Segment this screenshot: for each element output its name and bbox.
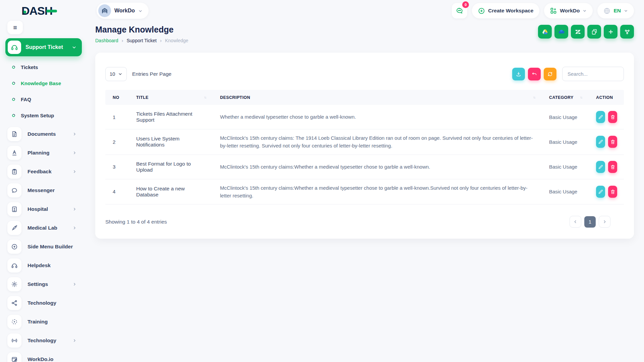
language-selector[interactable]: EN xyxy=(597,3,634,18)
sort-icon[interactable]: ↑↓ xyxy=(204,96,206,99)
grid-plus-icon xyxy=(550,7,557,14)
create-workspace-button[interactable]: Create Workspace xyxy=(472,3,539,18)
edit-button[interactable] xyxy=(596,161,605,173)
sidebar: ≡ Support Ticket Tickets Knowledge Base … xyxy=(0,19,87,362)
sidebar-item-settings[interactable]: Settings xyxy=(5,275,87,294)
trash-icon xyxy=(610,114,615,120)
duplicate-icon xyxy=(591,28,598,35)
sidebar-subitem-tickets[interactable]: Tickets xyxy=(5,59,87,75)
reset-button[interactable] xyxy=(528,68,541,80)
breadcrumb-support-ticket[interactable]: Support Ticket xyxy=(127,38,157,43)
sidebar-item-feedback[interactable]: Feedback xyxy=(5,162,87,181)
row-title[interactable]: Users Live System Notifications xyxy=(129,136,213,148)
sidebar-item-medical-lab[interactable]: Medical Lab xyxy=(5,219,87,237)
bullet-icon xyxy=(11,113,16,118)
knowledge-table-card: 10 Entries Per Page xyxy=(95,53,634,239)
breadcrumb-separator: › xyxy=(160,38,162,43)
sidebar-item-training[interactable]: Training xyxy=(5,312,87,331)
table-row: 4 How to Create a new Database McClintoc… xyxy=(105,179,624,205)
chevron-right-icon xyxy=(72,151,76,155)
main-content: Manage Knowledge Dashboard › Support Tic… xyxy=(87,19,644,239)
sidebar-item-side-menu-builder[interactable]: Side Menu Builder xyxy=(5,237,87,256)
previous-page-button[interactable] xyxy=(570,216,581,228)
trash-icon xyxy=(610,164,615,170)
feedback-icon xyxy=(7,165,21,179)
sidebar-toggle-button[interactable]: ≡ xyxy=(7,21,23,34)
sidebar-item-planning[interactable]: Planning xyxy=(5,143,87,162)
sidebar-item-helpdesk[interactable]: Helpdesk xyxy=(5,256,87,275)
search-input[interactable] xyxy=(562,67,624,81)
row-title[interactable]: Tickets Files Attachment Support xyxy=(129,111,213,123)
settings-icon xyxy=(7,277,21,291)
delete-button[interactable] xyxy=(608,111,617,123)
helpdesk-icon xyxy=(7,258,21,273)
broadcast-icon xyxy=(7,334,21,348)
entries-per-page-select[interactable]: 10 xyxy=(105,67,127,81)
sidebar-item-documents[interactable]: Documents xyxy=(5,125,87,143)
column-header-title: TITLE ↑↓ xyxy=(129,95,213,100)
medical-lab-icon xyxy=(7,221,21,235)
refresh-icon xyxy=(547,71,553,77)
messages-button[interactable]: 0 xyxy=(452,3,467,18)
column-header-no: NO xyxy=(105,95,129,100)
language-label: EN xyxy=(613,8,621,14)
row-title[interactable]: Best Format for Logo to Upload xyxy=(129,161,213,173)
app-switcher-label: WorkDo xyxy=(560,8,580,14)
workspace-selector[interactable]: WorkDo xyxy=(97,3,149,19)
delete-button[interactable] xyxy=(608,186,617,198)
page-number-button[interactable]: 1 xyxy=(584,216,596,228)
integration-icon xyxy=(624,28,631,35)
integration-button[interactable] xyxy=(620,25,634,39)
sort-icon[interactable]: ↑↓ xyxy=(580,96,582,99)
delete-button[interactable] xyxy=(608,161,617,173)
onedrive-button[interactable] xyxy=(554,25,568,39)
chevron-down-icon xyxy=(118,72,122,76)
headset-icon xyxy=(8,41,21,54)
edit-button[interactable] xyxy=(596,111,605,123)
sidebar-subitem-system-setup[interactable]: System Setup xyxy=(5,107,87,123)
zendesk-button[interactable] xyxy=(571,25,585,39)
app-logo[interactable]: DASH xyxy=(21,4,85,17)
sidebar-item-technology-2[interactable]: Technology xyxy=(5,331,87,350)
google-drive-icon xyxy=(542,28,548,35)
entries-per-page-label: Entries Per Page xyxy=(132,71,171,77)
sidebar-item-technology[interactable]: Technology xyxy=(5,294,87,312)
duplicate-button[interactable] xyxy=(587,25,601,39)
edit-button[interactable] xyxy=(596,136,605,148)
entries-summary: Showing 1 to 4 of 4 entries xyxy=(105,219,167,225)
chat-icon xyxy=(455,7,464,15)
delete-button[interactable] xyxy=(608,136,617,148)
column-header-description: DESCRIPTION ↑↓ xyxy=(213,95,542,100)
page-title: Manage Knowledge xyxy=(95,25,188,35)
row-category: Basic Usage xyxy=(542,189,589,194)
sidebar-item-workdoio[interactable]: WorkDo.io xyxy=(5,350,87,362)
chevron-down-icon xyxy=(624,9,628,13)
logo-dot xyxy=(23,11,26,13)
bullet-icon xyxy=(11,65,16,69)
breadcrumb-separator: › xyxy=(122,38,123,43)
chevron-down-icon xyxy=(72,45,76,50)
plus-circle-icon xyxy=(478,7,485,14)
sort-icon[interactable]: ↑↓ xyxy=(533,96,535,99)
row-title[interactable]: How to Create a new Database xyxy=(129,186,213,198)
export-button[interactable] xyxy=(512,68,525,80)
app-switcher-button[interactable]: WorkDo xyxy=(544,3,593,18)
undo-icon xyxy=(531,71,537,77)
topbar-right: 0 Create Workspace WorkDo EN xyxy=(452,3,634,18)
breadcrumb-dashboard[interactable]: Dashboard xyxy=(95,38,118,43)
chevron-right-icon xyxy=(72,226,76,230)
sidebar-item-label: Support Ticket xyxy=(25,44,63,50)
sidebar-subitem-faq[interactable]: FAQ xyxy=(5,91,87,107)
onedrive-icon xyxy=(558,28,565,36)
sidebar-item-support-ticket[interactable]: Support Ticket xyxy=(5,38,82,56)
sidebar-item-hospital[interactable]: Hospital xyxy=(5,200,87,219)
next-page-button[interactable] xyxy=(599,216,610,228)
chevron-right-icon xyxy=(72,170,76,174)
add-button[interactable] xyxy=(604,25,618,39)
row-description: Whether a medieval typesetter chose to g… xyxy=(213,113,542,121)
refresh-button[interactable] xyxy=(544,68,556,80)
edit-button[interactable] xyxy=(596,186,605,198)
sidebar-item-messenger[interactable]: Messenger xyxy=(5,181,87,200)
google-drive-button[interactable] xyxy=(538,25,552,39)
sidebar-subitem-knowledge-base[interactable]: Knowledge Base xyxy=(5,75,87,91)
